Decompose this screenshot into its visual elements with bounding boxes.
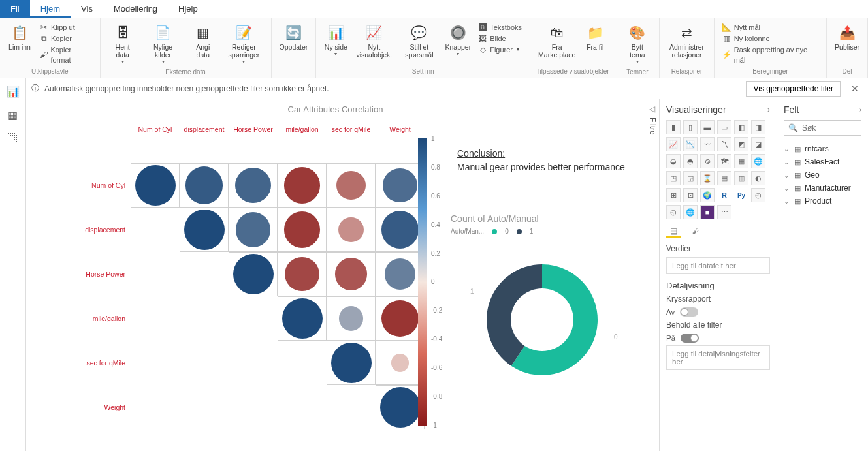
viz-type-icon[interactable]: ▮: [666, 120, 681, 134]
viz-type-icon[interactable]: R: [717, 188, 731, 202]
model-view-icon[interactable]: ⿻: [5, 131, 21, 146]
edit-icon: 📝: [234, 23, 253, 42]
new-page-button[interactable]: 📊Ny side▾: [321, 21, 350, 59]
publish-button[interactable]: 📤Publiser: [832, 21, 862, 54]
field-table-product[interactable]: ⌄▦Product: [784, 194, 861, 208]
new-visual-button[interactable]: 📈Nytt visualobjekt: [353, 21, 395, 61]
new-column-button[interactable]: ▥Ny kolonne: [722, 33, 818, 44]
viz-type-icon[interactable]: 🌐: [683, 205, 698, 219]
refresh-button[interactable]: 🔄Oppdater: [277, 21, 311, 54]
viz-type-icon[interactable]: ▥: [734, 171, 748, 185]
quick-measure-button[interactable]: ⚡Rask oppretting av nye mål: [722, 44, 818, 65]
viz-type-icon[interactable]: ▦: [734, 154, 748, 168]
get-data-button[interactable]: 🗄Hent data▾: [106, 21, 140, 67]
tab-hjelp[interactable]: Hjelp: [168, 0, 208, 18]
close-infobar-button[interactable]: ✕: [847, 84, 863, 94]
viz-type-icon[interactable]: ▤: [717, 171, 731, 185]
new-measure-button[interactable]: 📐Nytt mål: [722, 22, 818, 33]
shapes-icon: ◇: [478, 45, 487, 54]
viz-type-icon[interactable]: ◪: [751, 137, 765, 151]
image-button[interactable]: 🖼Bilde: [478, 33, 522, 44]
enter-data-button[interactable]: ▦Angi data: [186, 21, 219, 61]
viz-type-icon[interactable]: ⋯: [717, 205, 731, 219]
viz-type-icon[interactable]: ◲: [683, 171, 698, 185]
viz-type-icon[interactable]: ◧: [734, 120, 748, 134]
tab-fil[interactable]: Fil: [0, 0, 30, 18]
fields-search[interactable]: 🔍: [784, 120, 861, 136]
textbox-button[interactable]: 🅰Tekstboks: [478, 22, 522, 33]
field-table-manufacturer[interactable]: ⌄▦Manufacturer: [784, 181, 861, 194]
marketplace-button[interactable]: 🛍Fra Marketplace: [536, 21, 578, 61]
search-icon: 🔍: [788, 123, 798, 132]
viz-type-icon[interactable]: 〽: [717, 137, 731, 151]
field-table-geo[interactable]: ⌄▦Geo: [784, 168, 861, 181]
recent-sources-button[interactable]: 📄Nylige kilder▾: [142, 21, 184, 67]
viz-type-icon[interactable]: 〰: [700, 137, 715, 151]
format-painter-button[interactable]: 🖌Kopier format: [39, 44, 92, 65]
viz-type-icon[interactable]: ◵: [666, 205, 681, 219]
report-view-icon[interactable]: 📊: [0, 84, 24, 99]
keep-filters-toggle[interactable]: [681, 334, 699, 343]
collapse-fields-icon[interactable]: ›: [859, 105, 861, 114]
matrix-cell: [278, 296, 327, 341]
viz-type-icon[interactable]: ◴: [751, 188, 765, 202]
viz-type-icon[interactable]: ■: [700, 205, 715, 219]
cross-report-toggle[interactable]: [680, 307, 698, 317]
from-file-button[interactable]: 📁Fra fil: [581, 21, 609, 54]
manage-rel-button[interactable]: ⇄Administrer relasjoner: [665, 21, 708, 61]
collapse-viz-icon[interactable]: ›: [767, 105, 770, 114]
shapes-button[interactable]: ◇Figurer▾: [478, 44, 522, 55]
edit-queries-button[interactable]: 📝Rediger spørringer▾: [222, 21, 265, 67]
viz-type-icon[interactable]: 🌐: [751, 154, 765, 168]
buttons-button[interactable]: 🔘Knapper▾: [443, 21, 473, 59]
report-canvas[interactable]: Car Attributes Correlation Num of Cyldis…: [26, 99, 645, 451]
table-icon: ▦: [794, 158, 801, 166]
viz-type-icon[interactable]: 📈: [666, 137, 681, 151]
expand-filters-icon[interactable]: ◁: [649, 104, 655, 114]
fields-tab-icon[interactable]: ▤: [666, 226, 681, 238]
viz-type-icon[interactable]: ▭: [717, 120, 731, 134]
matrix-row-header: mile/gallon: [65, 296, 131, 341]
filters-label[interactable]: Filtre: [648, 117, 657, 135]
tab-hjem[interactable]: Hjem: [30, 0, 71, 18]
field-table-salesfact[interactable]: ⌄▦SalesFact: [784, 155, 861, 168]
values-dropzone[interactable]: Legg til datafelt her: [666, 257, 770, 274]
drill-dropzone[interactable]: Legg til detaljvisningsfelter her: [666, 345, 770, 370]
conclusion-title: Conclusion:: [457, 148, 627, 159]
viz-type-icon[interactable]: ▯: [683, 120, 698, 134]
matrix-cell: [376, 296, 425, 341]
data-view-icon[interactable]: ▦: [5, 107, 21, 123]
viz-type-icon[interactable]: 🗺: [717, 154, 731, 168]
cut-button[interactable]: ✂Klipp ut: [39, 22, 92, 33]
viz-type-icon[interactable]: ◳: [666, 171, 681, 185]
measure-icon: 📐: [722, 23, 731, 32]
viz-type-icon[interactable]: ◐: [751, 171, 765, 185]
show-recovered-button[interactable]: Vis gjenopprettede filer: [746, 81, 841, 97]
viz-type-icon[interactable]: ⊡: [683, 188, 698, 202]
table-icon: ▦: [794, 145, 801, 153]
viz-type-icon[interactable]: 🌍: [700, 188, 715, 202]
viz-type-icon[interactable]: Py: [734, 188, 748, 202]
matrix-col-header: displacement: [180, 119, 229, 136]
viz-type-icon[interactable]: ◓: [683, 154, 698, 168]
fields-search-input[interactable]: [802, 123, 868, 132]
viz-type-icon[interactable]: ◩: [734, 137, 748, 151]
colorbar: [418, 138, 427, 426]
format-tab-icon[interactable]: 🖌: [688, 226, 703, 238]
viz-type-icon[interactable]: ⊚: [700, 154, 715, 168]
field-table-rntcars[interactable]: ⌄▦rntcars: [784, 142, 861, 155]
ask-question-button[interactable]: 💬Still et spørsmål: [398, 21, 440, 61]
viz-type-icon[interactable]: ◨: [751, 120, 765, 134]
viz-type-icon[interactable]: ⌛: [700, 171, 715, 185]
matrix-col-header: Num of Cyl: [131, 119, 180, 136]
folder-icon: 📁: [586, 23, 604, 42]
switch-theme-button[interactable]: 🎨Bytt tema▾: [620, 21, 654, 67]
tab-vis[interactable]: Vis: [71, 0, 103, 18]
viz-type-icon[interactable]: ⊞: [666, 188, 681, 202]
viz-type-icon[interactable]: 📉: [683, 137, 698, 151]
viz-type-icon[interactable]: ◒: [666, 154, 681, 168]
copy-button[interactable]: ⧉Kopier: [39, 33, 92, 44]
paste-button[interactable]: 📋Lim inn: [5, 21, 34, 54]
viz-type-icon[interactable]: ▬: [700, 120, 715, 134]
tab-modellering[interactable]: Modellering: [103, 0, 168, 18]
